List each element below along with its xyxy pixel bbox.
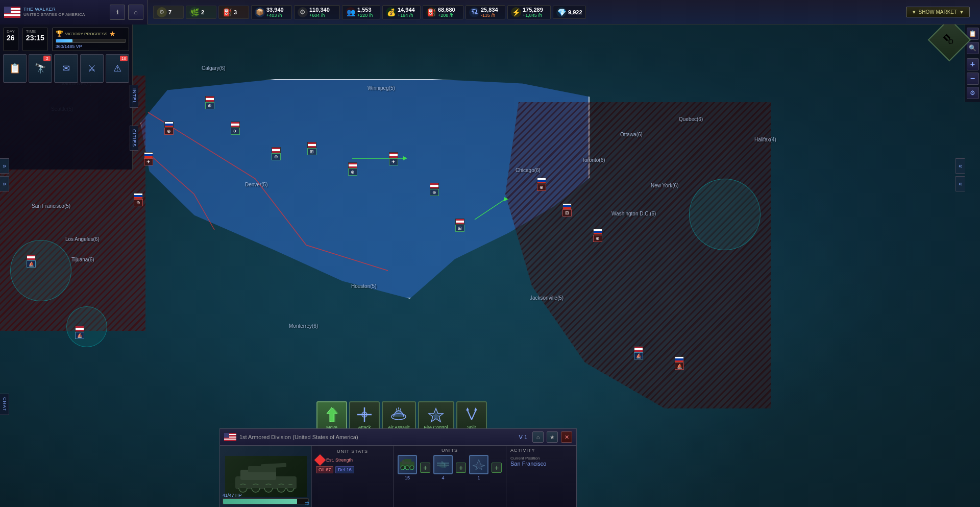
victory-bar-fill [56,39,72,42]
defense-stat: Def 16 [335,466,354,473]
fuel-rate: +208 /h [438,13,455,18]
air-assault-icon [389,405,408,424]
left-scroll-up[interactable]: » [0,158,9,174]
units-section-title: UNITS [398,448,502,453]
unit-panel-body: 41/47 HP ⇉ UNIT STATS Est. Strength Off … [220,446,576,507]
heli-add-btn[interactable]: + [456,463,466,473]
move-icon [323,405,341,424]
map-unit-us-8[interactable]: ⊞ [454,220,465,231]
map-unit-us-4[interactable]: ⊞ [306,143,317,154]
unit-headquarters-button[interactable]: ⌂ [532,431,544,443]
special-count: 9,922 [568,9,582,15]
action-btn-alerts[interactable]: ⚠ 16 [106,54,129,83]
aircraft-slot: 1 [469,455,488,480]
map-unit-ship-1[interactable]: ⛵ [26,255,37,267]
build-rate: -135 /h [481,13,498,18]
action-buttons: 📋 🔭 2 ✉ ⚔ ⚠ 16 [3,54,129,83]
resource-energy: ⚡ 175,289 +1,845 /h [507,5,551,19]
map-unit-ru-east-2[interactable]: ⊞ [561,204,573,215]
chat-tab[interactable]: CHAT [0,394,9,415]
chevron-down-icon-2: ▼ [959,9,964,15]
special-icon: 💎 [556,7,567,17]
right-btn-zoom[interactable]: 🔍 [967,42,979,54]
split-icon [462,405,481,424]
resource-build: 🏗 25,834 -135 /h [465,5,505,19]
right-scroll-up[interactable]: « [955,158,965,174]
industry-count: 110,340 [309,7,330,13]
zoom-out-button[interactable]: − [967,73,979,85]
action-btn-intel[interactable]: 📋 [3,54,27,83]
map-unit-ship-2[interactable]: ⛵ [74,327,85,338]
offense-stat: Off 67 [316,466,333,473]
supply-count: 7 [168,9,172,15]
aircraft-count: 1 [477,475,480,480]
manpower-count: 1,553 [357,7,373,13]
heli-token[interactable] [433,455,453,474]
time-label: TIME [26,29,44,34]
right-scroll-down[interactable]: « [955,176,965,191]
map-unit-ship-3[interactable]: ⛵ [633,347,644,358]
energy-icon: ⚡ [511,7,521,17]
home-button[interactable]: ⌂ [128,5,143,20]
map-unit-us-6[interactable]: ✈ [388,153,399,164]
unit-version: V 1 [519,434,527,440]
money-count: 14,944 [398,7,415,13]
map-unit-ru-east-1[interactable]: ⊕ [536,179,547,190]
info-button[interactable]: ℹ [110,5,125,20]
heli-slot: 4 [433,455,453,480]
map-unit-ru-3[interactable]: ⊕ [133,194,144,205]
svg-marker-16 [474,407,477,411]
units-section: UNITS 15 + [394,446,506,507]
aircraft-token[interactable] [469,455,488,474]
map-unit-us-2[interactable]: ✈ [230,123,241,134]
recon-badge: 2 [43,56,51,61]
map-unit-us-5[interactable]: ⊕ [347,163,358,175]
cities-tab[interactable]: CITIES [130,126,138,151]
svg-line-14 [472,411,476,420]
left-scroll-down[interactable]: » [0,176,9,191]
map-unit-ru-east-3[interactable]: ⊕ [592,230,603,241]
energy-rate: +1,845 /h [523,13,543,18]
current-position-label: Current Position [510,456,579,461]
map-unit-us-7[interactable]: ⊕ [429,184,440,195]
svg-point-31 [405,466,409,470]
stats-title: UNIT STATS [316,449,389,454]
left-panel: DAY 26 TIME 23:15 🏆 VICTORY PROGRESS ★ 3… [0,25,133,170]
attack-icon [355,405,374,424]
res3-count: 3 [234,9,237,15]
map-unit-ship-4[interactable]: ⛵ [674,357,685,369]
res2-count: 2 [201,9,204,15]
victory-block: 🏆 VICTORY PROGRESS ★ 360/1485 VP [52,28,129,51]
unit-image: 41/47 HP ⇉ [220,446,312,507]
resource-manpower: 👥 1,553 +220 /h [342,5,380,19]
player-info: THE WALKER UNITED STATES OF AMERICA ℹ ⌂ [0,0,148,25]
armor-add-btn[interactable]: + [420,463,430,473]
map-unit-ru-2[interactable]: ✈ [143,153,154,164]
armor-slot: 15 [398,455,417,480]
resource-special: 💎 9,922 [553,6,586,19]
resources-bar: ⚙ 7 🌿 2 ⛽ 3 📦 33,940 +403 /h ⚙ 110,340 +… [148,5,980,19]
day-label: DAY [7,29,15,34]
action-btn-recon[interactable]: 🔭 2 [29,54,52,83]
action-btn-diplomacy[interactable]: ✉ [54,54,78,83]
action-btn-orders[interactable]: ⚔ [80,54,104,83]
armor-token[interactable] [398,455,417,474]
map-unit-ru-1[interactable]: ⊕ [163,123,175,134]
map-unit-us-1[interactable]: ⊕ [204,97,215,108]
nation-name: UNITED STATES OF AMERICA [23,12,107,17]
activity-title: ACTIVITY [510,448,579,453]
aircraft-add-btn[interactable]: + [492,463,502,473]
energy-count: 175,289 [523,7,543,13]
current-position-value: San Francisco [510,461,579,467]
unit-close-button[interactable]: ✕ [561,431,572,443]
settings-button[interactable]: ⚙ [967,87,979,99]
show-market-button[interactable]: ▼ SHOW MARKET ▼ [906,7,970,17]
player-flag [4,7,20,18]
unit-title: 1st Armored Division (United States of A… [239,433,516,441]
intel-tab[interactable]: INTEL [130,85,138,108]
unit-bookmark-button[interactable]: ★ [547,431,558,443]
map-unit-us-3[interactable]: ⊕ [271,148,282,159]
activity-section: ACTIVITY Current Position San Francisco [506,446,583,507]
unit-stats-panel: UNIT STATS Est. Strength Off 67 Def 16 [312,446,394,507]
zoom-in-button[interactable]: + [967,58,979,70]
